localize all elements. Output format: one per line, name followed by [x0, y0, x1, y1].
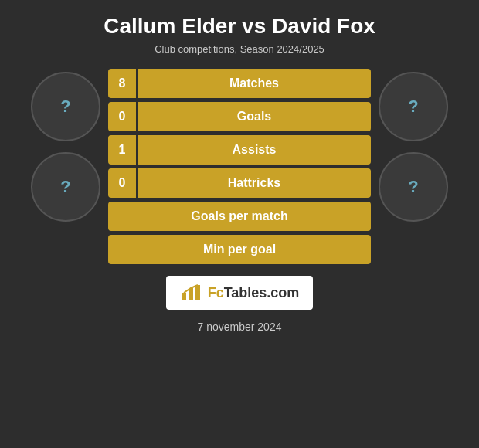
logo-box: FcTables.com: [166, 276, 314, 310]
subtitle: Club competitions, Season 2024/2025: [155, 43, 324, 55]
right-avatars: ? ?: [379, 72, 448, 222]
logo-section: FcTables.com: [108, 276, 371, 310]
logo-chart-icon: [180, 282, 202, 304]
date-text: 7 november 2024: [198, 321, 282, 333]
stat-row-assists: 1 Assists: [108, 135, 371, 165]
stat-row-goals: 0 Goals: [108, 102, 371, 131]
stat-number-matches: 8: [108, 69, 136, 98]
stat-label-matches: Matches: [138, 69, 371, 98]
stat-row-matches: 8 Matches: [108, 69, 371, 98]
stat-row-min-per-goal: Min per goal: [108, 235, 371, 264]
main-content: ? ? 8 Matches 0 Goals 1 Assists 0 Hattri…: [0, 69, 479, 310]
stat-number-hattricks: 0: [108, 168, 136, 198]
stat-label-assists: Assists: [138, 135, 371, 165]
avatar-right-bottom: ?: [379, 152, 448, 222]
stat-number-assists: 1: [108, 135, 136, 165]
stat-label-hattricks: Hattricks: [138, 168, 371, 198]
stat-label-goals-per-match: Goals per match: [108, 202, 371, 231]
avatar-left-top: ?: [31, 72, 100, 141]
avatar-right-top: ?: [379, 72, 448, 141]
logo-text: FcTables.com: [208, 285, 300, 301]
stat-label-goals: Goals: [138, 102, 371, 131]
avatar-left-bottom: ?: [31, 152, 100, 222]
stat-number-goals: 0: [108, 102, 136, 131]
svg-rect-0: [182, 293, 186, 300]
left-avatars: ? ?: [31, 72, 100, 222]
svg-rect-2: [195, 285, 200, 300]
stat-row-hattricks: 0 Hattricks: [108, 168, 371, 198]
stats-center: 8 Matches 0 Goals 1 Assists 0 Hattricks …: [108, 69, 371, 310]
stat-row-goals-per-match: Goals per match: [108, 202, 371, 231]
stat-label-min-per-goal: Min per goal: [108, 235, 371, 264]
page-title: Callum Elder vs David Fox: [104, 14, 375, 39]
